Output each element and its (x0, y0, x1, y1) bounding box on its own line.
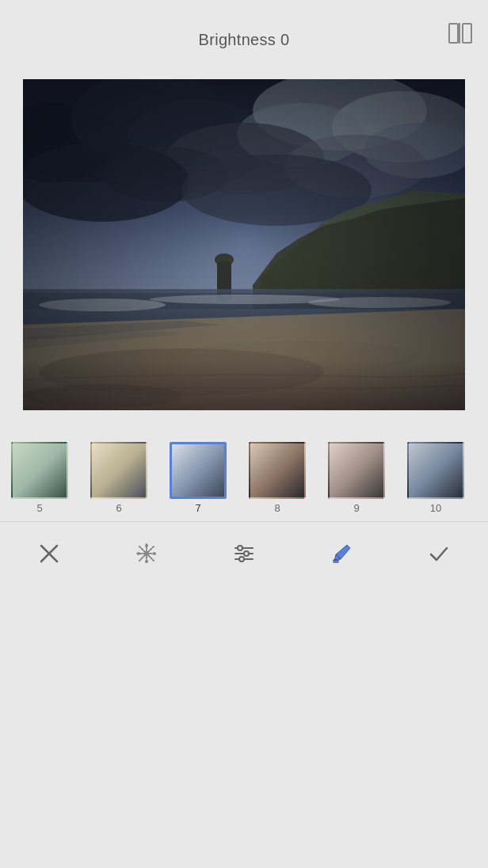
svg-point-43 (137, 552, 140, 555)
filter-item-10[interactable]: 10 (396, 442, 475, 514)
svg-marker-51 (334, 545, 350, 561)
svg-rect-33 (23, 79, 465, 410)
effects-button[interactable] (135, 542, 158, 565)
filter-item-5[interactable]: 5 (0, 442, 79, 514)
filter-thumb-7 (170, 442, 227, 499)
filter-label-9: 9 (353, 502, 359, 514)
filter-label-5: 5 (36, 502, 42, 514)
filter-item-7[interactable]: 7 (158, 442, 238, 514)
svg-point-41 (145, 544, 148, 547)
cancel-button[interactable] (37, 542, 61, 565)
filter-item-8[interactable]: 8 (238, 442, 317, 514)
svg-point-42 (145, 560, 148, 563)
filter-label-10: 10 (430, 502, 441, 514)
svg-rect-1 (463, 24, 471, 43)
svg-rect-53 (333, 559, 339, 563)
filter-thumb-10 (407, 442, 464, 499)
filter-row: 5 6 7 8 9 10 (0, 434, 488, 521)
compare-icon[interactable] (448, 23, 472, 48)
confirm-button[interactable] (427, 542, 451, 565)
filter-thumb-9 (328, 442, 385, 499)
toolbar (0, 521, 488, 584)
filter-thumb-5 (11, 442, 68, 499)
brightness-title: Brightness 0 (199, 31, 290, 49)
filter-item-9[interactable]: 9 (317, 442, 396, 514)
filter-item-6[interactable]: 6 (79, 442, 158, 514)
adjust-button[interactable] (232, 542, 256, 565)
main-image (23, 79, 465, 410)
filter-label-7: 7 (195, 502, 200, 514)
svg-point-48 (238, 546, 242, 550)
header: Brightness 0 (0, 0, 488, 71)
svg-point-44 (153, 552, 156, 555)
svg-point-49 (244, 551, 249, 556)
filter-thumb-6 (90, 442, 147, 499)
filter-label-6: 6 (116, 502, 121, 514)
style-button[interactable] (330, 542, 353, 565)
svg-rect-0 (449, 24, 458, 43)
filter-label-8: 8 (274, 502, 280, 514)
filter-thumb-8 (249, 442, 306, 499)
svg-point-40 (144, 551, 149, 556)
image-container (23, 79, 465, 410)
svg-point-50 (239, 557, 244, 562)
